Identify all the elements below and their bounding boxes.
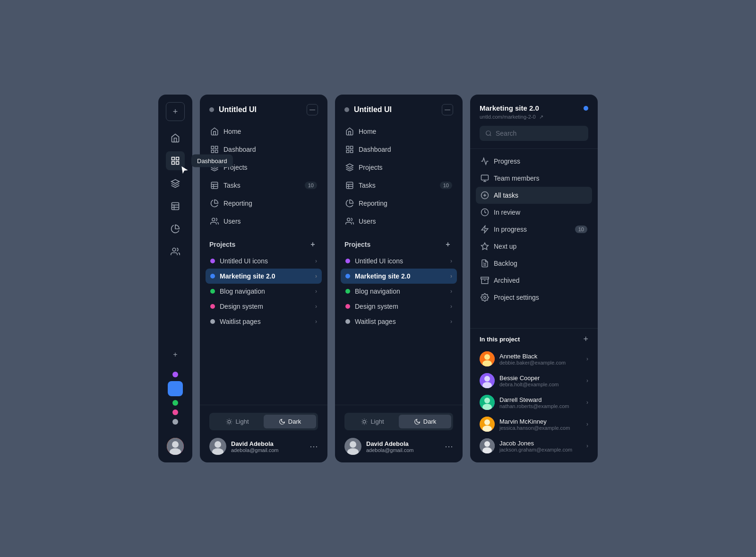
svg-rect-59 [481, 175, 489, 180]
add-project-button[interactable]: + [166, 345, 185, 364]
member-info-darrell: Darrell Steward nathan.roberts@example.c… [499, 396, 582, 409]
nav-header-2: Untitled UI — [335, 104, 463, 123]
project-item-3[interactable]: Design system › [206, 299, 322, 314]
user-avatar-sidebar[interactable] [167, 438, 184, 455]
member-chevron-bessie: › [586, 377, 588, 384]
nav-item-reporting[interactable]: Reporting [206, 195, 322, 212]
project-2-item-2[interactable]: Blog navigation › [341, 284, 457, 299]
nav-item-dashboard-2[interactable]: Dashboard [341, 141, 457, 158]
dark-mode-button-2[interactable]: Dark [399, 415, 451, 428]
nav-item-projects[interactable]: Projects [206, 159, 322, 176]
project-dot-3[interactable] [172, 400, 178, 406]
tasks-badge: 10 [305, 182, 317, 189]
nav-item-dashboard-label: Dashboard [223, 146, 256, 153]
project-item-1[interactable]: Marketing site 2.0 › [206, 269, 322, 284]
project-dot-5[interactable] [172, 419, 178, 425]
backlog-label: Backlog [494, 260, 517, 267]
nav-item-home-2-label: Home [359, 128, 376, 135]
nav-item-users[interactable]: Users [206, 213, 322, 230]
site-row: Marketing site 2.0 [480, 104, 588, 112]
nav-items-list: Home Dashboard Projects Tasks 10 Reporti [200, 123, 327, 230]
svg-point-22 [212, 218, 215, 221]
member-avatar-jacob [480, 438, 495, 453]
project-item-2[interactable]: Blog navigation › [206, 284, 322, 299]
light-mode-button-2[interactable]: Light [346, 415, 399, 428]
svg-marker-4 [172, 180, 180, 183]
member-darrell[interactable]: Darrell Steward nathan.roberts@example.c… [480, 392, 588, 413]
light-mode-button[interactable]: Light [211, 415, 264, 428]
project-2-chevron-1: › [450, 273, 452, 279]
tasks-badge-2: 10 [440, 182, 452, 189]
task-section-team[interactable]: Team members [476, 170, 592, 187]
project-dot-1[interactable] [172, 372, 178, 377]
user-name-2: David Adebola [366, 440, 440, 447]
member-jacob[interactable]: Jacob Jones jackson.graham@example.com › [480, 435, 588, 457]
project-2-item-3[interactable]: Design system › [341, 299, 457, 314]
member-bessie[interactable]: Bessie Cooper debra.holt@example.com › [480, 370, 588, 392]
project-item-0[interactable]: Untitled UI icons › [206, 253, 322, 269]
light-label-2: Light [370, 418, 384, 425]
nav-item-tasks[interactable]: Tasks 10 [206, 177, 322, 194]
add-project-icon[interactable]: + [308, 239, 318, 250]
task-section-in-progress[interactable]: In progress 10 [476, 221, 592, 238]
nav-item-tasks-2[interactable]: Tasks 10 [341, 177, 457, 194]
projects-header: Projects + [206, 239, 322, 253]
project-2-chevron-3: › [450, 303, 452, 310]
member-avatar-darrell [480, 395, 495, 410]
collapse-button[interactable]: — [307, 104, 318, 115]
task-section-progress[interactable]: Progress [476, 153, 592, 170]
project-2-color-2 [345, 289, 350, 294]
add-project-icon-2[interactable]: + [443, 239, 453, 250]
project-label-0: Untitled UI icons [220, 257, 268, 265]
member-email-annette: debbie.baker@example.com [499, 360, 582, 366]
project-chevron-2: › [315, 288, 317, 295]
member-chevron-marvin: › [586, 421, 588, 427]
project-2-label-4: Waitlist pages [355, 318, 396, 325]
task-section-next-up[interactable]: Next up [476, 238, 592, 255]
search-input[interactable] [496, 130, 583, 137]
member-name-jacob: Jacob Jones [499, 440, 582, 447]
nav-item-users-2[interactable]: Users [341, 213, 457, 230]
add-member-button[interactable]: + [583, 334, 588, 344]
task-section-all-tasks[interactable]: All tasks [476, 187, 592, 204]
project-dot-2[interactable] [168, 381, 183, 396]
nav-item-projects-2[interactable]: Projects [341, 159, 457, 176]
svg-marker-17 [211, 164, 218, 168]
task-section-settings[interactable]: Project settings [476, 289, 592, 306]
sidebar-icon-users[interactable] [166, 242, 185, 261]
svg-rect-1 [176, 157, 179, 160]
task-section-archived[interactable]: Archived [476, 272, 592, 289]
task-section-in-review[interactable]: In review [476, 204, 592, 221]
user-more-button[interactable]: ⋯ [309, 441, 318, 452]
project-2-color-0 [345, 259, 350, 263]
search-box[interactable] [480, 126, 588, 141]
project-item-4[interactable]: Waitlist pages › [206, 314, 322, 329]
project-color-2 [210, 289, 215, 294]
project-2-item-4[interactable]: Waitlist pages › [341, 314, 457, 329]
nav-item-home-label: Home [223, 128, 241, 135]
project-2-item-0[interactable]: Untitled UI icons › [341, 253, 457, 269]
collapse-button-2[interactable]: — [442, 104, 453, 115]
nav-item-home[interactable]: Home [206, 123, 322, 140]
nav-item-home-2[interactable]: Home [341, 123, 457, 140]
project-2-color-3 [345, 304, 350, 309]
task-sections-list: Progress Team members All tasks In revie… [470, 149, 598, 328]
nav-item-dashboard[interactable]: Dashboard [206, 141, 322, 158]
in-review-label: In review [494, 209, 520, 216]
user-name: David Adebola [231, 440, 305, 447]
sidebar-icon-home[interactable] [166, 129, 185, 148]
member-marvin[interactable]: Marvin McKinney jessica.hanson@example.c… [480, 413, 588, 435]
task-section-backlog[interactable]: Backlog [476, 255, 592, 272]
nav-item-reporting-2[interactable]: Reporting [341, 195, 457, 212]
member-annette[interactable]: Annette Black debbie.baker@example.com › [480, 348, 588, 370]
project-2-item-1[interactable]: Marketing site 2.0 › [341, 269, 457, 284]
dark-mode-button[interactable]: Dark [264, 415, 316, 428]
sidebar-icon-table[interactable] [166, 197, 185, 216]
project-settings-label: Project settings [494, 294, 539, 301]
sidebar-icon-chart[interactable] [166, 219, 185, 238]
add-workspace-button[interactable]: + [166, 102, 185, 121]
project-dot-4[interactable] [172, 409, 178, 415]
sidebar-icon-layers[interactable] [166, 174, 185, 193]
sidebar-icon-dashboard[interactable]: Dashboard [166, 151, 185, 170]
user-more-button-2[interactable]: ⋯ [445, 441, 453, 452]
